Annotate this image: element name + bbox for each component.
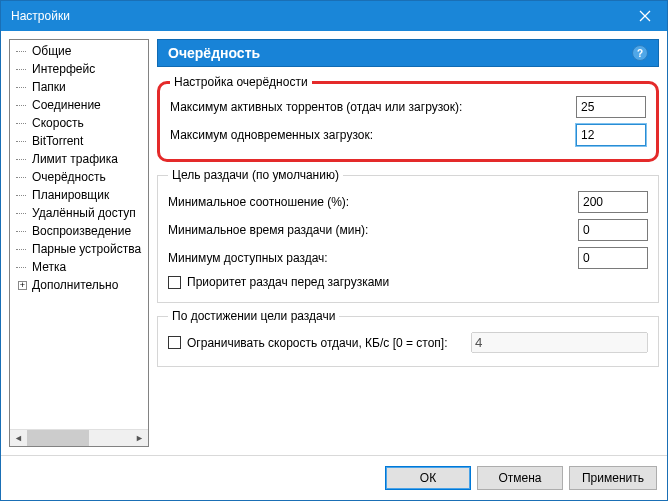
scroll-track[interactable] [27, 430, 131, 446]
seed-time-label: Минимальное время раздачи (мин): [168, 223, 578, 237]
tree-label: Лимит трафика [32, 151, 118, 167]
limit-checkbox[interactable] [168, 336, 181, 349]
max-active-row: Максимум активных торрентов (отдач или з… [170, 93, 646, 121]
priority-label: Приоритет раздач перед загрузками [187, 275, 389, 289]
window-title: Настройки [11, 9, 622, 23]
seed-goal-group: Цель раздачи (по умолчанию) Минимальное … [157, 168, 659, 303]
limit-row: Ограничивать скорость отдачи, КБ/с [0 = … [168, 329, 648, 356]
tree-branch-icon [16, 170, 30, 184]
dialog-body: Общие Интерфейс Папки Соединение Скорост… [1, 31, 667, 455]
category-tree: Общие Интерфейс Папки Соединение Скорост… [9, 39, 149, 447]
scroll-thumb[interactable] [27, 430, 89, 446]
tree-label: Удалённый доступ [32, 205, 136, 221]
tree-item-playback[interactable]: Воспроизведение [10, 222, 148, 240]
section-header: Очерёдность ? [157, 39, 659, 67]
horizontal-scrollbar[interactable]: ◄ ► [10, 429, 148, 446]
expand-plus-icon[interactable]: + [18, 281, 27, 290]
tree-item-speed[interactable]: Скорость [10, 114, 148, 132]
apply-button[interactable]: Применить [569, 466, 657, 490]
seed-time-row: Минимальное время раздачи (мин): [168, 216, 648, 244]
max-active-input[interactable] [576, 96, 646, 118]
tree-label: Метка [32, 259, 66, 275]
tree-branch-icon [16, 80, 30, 94]
tree-branch-icon [16, 62, 30, 76]
tree-label: Воспроизведение [32, 223, 131, 239]
ratio-label: Минимальное соотношение (%): [168, 195, 578, 209]
seed-time-input[interactable] [578, 219, 648, 241]
ok-button[interactable]: ОК [385, 466, 471, 490]
settings-window: Настройки Общие Интерфейс Папки Соединен… [0, 0, 668, 501]
tree-label: Общие [32, 43, 71, 59]
tree-branch-icon [16, 98, 30, 112]
scroll-left-icon[interactable]: ◄ [10, 430, 27, 446]
titlebar: Настройки [1, 1, 667, 31]
tree-item-interface[interactable]: Интерфейс [10, 60, 148, 78]
queue-settings-group: Настройка очерёдности Максимум активных … [157, 75, 659, 162]
tree-branch-icon [16, 242, 30, 256]
tree-item-remote[interactable]: Удалённый доступ [10, 204, 148, 222]
tree-item-general[interactable]: Общие [10, 42, 148, 60]
queue-legend: Настройка очерёдности [170, 75, 312, 89]
tree-item-folders[interactable]: Папки [10, 78, 148, 96]
priority-row: Приоритет раздач перед загрузками [168, 272, 648, 292]
tree-branch-icon [16, 134, 30, 148]
tree-branch-icon [16, 188, 30, 202]
tree-list: Общие Интерфейс Папки Соединение Скорост… [10, 40, 148, 429]
ratio-input[interactable] [578, 191, 648, 213]
seed-goal-legend: Цель раздачи (по умолчанию) [168, 168, 343, 182]
tree-label: Дополнительно [32, 277, 118, 293]
tree-item-connection[interactable]: Соединение [10, 96, 148, 114]
cancel-button[interactable]: Отмена [477, 466, 563, 490]
max-downloads-input[interactable] [576, 124, 646, 146]
tree-item-traffic[interactable]: Лимит трафика [10, 150, 148, 168]
on-goal-group: По достижении цели раздачи Ограничивать … [157, 309, 659, 367]
tree-label: Очерёдность [32, 169, 106, 185]
max-downloads-label: Максимум одновременных загрузок: [170, 128, 576, 142]
limit-label: Ограничивать скорость отдачи, КБ/с [0 = … [187, 336, 465, 350]
avail-label: Минимум доступных раздач: [168, 251, 578, 265]
help-icon[interactable]: ? [632, 45, 648, 61]
close-button[interactable] [622, 1, 667, 31]
tree-label: Соединение [32, 97, 101, 113]
tree-branch-icon [16, 116, 30, 130]
tree-item-label[interactable]: Метка [10, 258, 148, 276]
section-title: Очерёдность [168, 45, 632, 61]
tree-item-advanced[interactable]: +Дополнительно [10, 276, 148, 294]
close-icon [639, 10, 651, 22]
tree-label: Планировщик [32, 187, 109, 203]
tree-label: BitTorrent [32, 133, 83, 149]
ratio-row: Минимальное соотношение (%): [168, 188, 648, 216]
tree-branch-icon [16, 152, 30, 166]
tree-label: Интерфейс [32, 61, 95, 77]
tree-branch-icon [16, 224, 30, 238]
tree-branch-icon [16, 206, 30, 220]
priority-checkbox[interactable] [168, 276, 181, 289]
max-active-label: Максимум активных торрентов (отдач или з… [170, 100, 576, 114]
tree-label: Папки [32, 79, 66, 95]
section-content: Настройка очерёдности Максимум активных … [157, 67, 659, 447]
on-goal-legend: По достижении цели раздачи [168, 309, 339, 323]
tree-item-scheduler[interactable]: Планировщик [10, 186, 148, 204]
avail-row: Минимум доступных раздач: [168, 244, 648, 272]
tree-branch-icon [16, 44, 30, 58]
tree-label: Скорость [32, 115, 84, 131]
max-downloads-row: Максимум одновременных загрузок: [170, 121, 646, 149]
limit-input [471, 332, 648, 353]
tree-item-paired[interactable]: Парные устройства [10, 240, 148, 258]
dialog-footer: ОК Отмена Применить [1, 455, 667, 500]
settings-panel: Очерёдность ? Настройка очерёдности Макс… [157, 39, 659, 447]
tree-item-queue[interactable]: Очерёдность [10, 168, 148, 186]
tree-item-bittorrent[interactable]: BitTorrent [10, 132, 148, 150]
tree-branch-icon [16, 260, 30, 274]
avail-input[interactable] [578, 247, 648, 269]
scroll-right-icon[interactable]: ► [131, 430, 148, 446]
tree-label: Парные устройства [32, 241, 141, 257]
